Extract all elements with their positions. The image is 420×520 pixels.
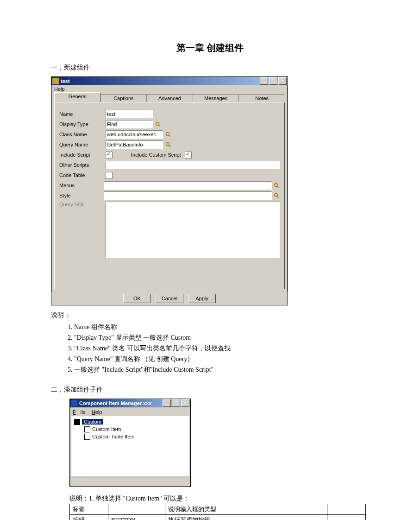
table-cell bbox=[108, 504, 165, 515]
tree-view[interactable]: Custom Custom Item Custom Table Item bbox=[71, 416, 189, 476]
explain-label: 说明： bbox=[51, 311, 369, 319]
app-icon bbox=[52, 78, 59, 84]
titlebar: Component Item Manager xxx _ □ × bbox=[70, 399, 190, 407]
table-cell: 执行某项的按钮 bbox=[165, 515, 327, 520]
explain-item: Name 组件名称 bbox=[74, 322, 369, 332]
label-name: Name bbox=[59, 111, 106, 117]
app-icon bbox=[71, 400, 77, 406]
search-icon[interactable] bbox=[155, 121, 161, 127]
explain-item: "Query Name" 查询名称 （见 创建 Query） bbox=[74, 354, 369, 364]
minimize-button[interactable]: _ bbox=[163, 400, 171, 407]
explain-item: 一般选择 "Include Script"和"Include Custom Sc… bbox=[74, 365, 369, 374]
tab-messages[interactable]: Messages bbox=[193, 94, 239, 102]
maximize-button[interactable]: □ bbox=[269, 77, 277, 85]
menu-help[interactable]: Help bbox=[92, 409, 102, 415]
menu-file[interactable]: File bbox=[73, 409, 86, 415]
label-class-name: Class Name bbox=[59, 132, 106, 137]
menubar: File Help bbox=[71, 408, 189, 416]
apply-button[interactable]: Apply bbox=[188, 294, 216, 303]
svg-point-6 bbox=[275, 184, 278, 187]
minimize-button[interactable]: _ bbox=[260, 77, 268, 85]
explain-list: Name 组件名称 "Display Type" 显示类型 一般选择 Custo… bbox=[74, 322, 369, 374]
label-query-name: Query Name bbox=[59, 142, 106, 147]
class-name-input[interactable] bbox=[106, 130, 163, 139]
label-display-type: Display Type bbox=[59, 121, 106, 127]
svg-point-2 bbox=[166, 133, 169, 136]
explain2-label: 说明：1. 单独选择 "Custom Item" 可以是： bbox=[69, 495, 369, 503]
tree-label: Custom bbox=[82, 419, 103, 425]
window-test: test _ □ × Help General Captions Advance… bbox=[51, 76, 288, 305]
label-style: Style bbox=[59, 193, 104, 198]
label-code-table: Code Table bbox=[59, 172, 106, 178]
tab-advanced[interactable]: Advanced bbox=[146, 94, 193, 102]
tree-label: Custom Item bbox=[92, 426, 121, 432]
svg-point-4 bbox=[166, 143, 169, 146]
checkbox-icon[interactable] bbox=[74, 419, 80, 425]
svg-point-8 bbox=[275, 194, 278, 197]
svg-line-1 bbox=[159, 125, 160, 127]
name-input[interactable] bbox=[106, 110, 153, 118]
search-icon[interactable] bbox=[274, 192, 280, 199]
table-cell: 按钮 bbox=[70, 515, 108, 520]
table-cell: 说明输入框的类型 bbox=[165, 504, 327, 515]
tab-panel-general: Name Display Type Class Name Query Name … bbox=[54, 102, 285, 289]
svg-line-7 bbox=[277, 186, 279, 188]
label-include-custom-script: Include Custom Script bbox=[131, 152, 181, 158]
other-scripts-input[interactable] bbox=[106, 161, 280, 169]
button-row: OK Cancel Apply bbox=[51, 292, 288, 305]
label-include-script: Include Script bbox=[59, 152, 106, 158]
svg-line-3 bbox=[169, 135, 170, 137]
menu-help[interactable]: Help bbox=[51, 85, 288, 93]
window-component-item-manager: Component Item Manager xxx _ □ × File He… bbox=[69, 399, 191, 487]
label-query-sql: Query SQL bbox=[59, 202, 106, 207]
section-2-label: 二，添加组件子件 bbox=[51, 386, 369, 394]
table-row: 按钮 BUTTON 执行某项的按钮 bbox=[70, 515, 366, 520]
checkbox-icon[interactable] bbox=[84, 426, 90, 432]
svg-line-9 bbox=[277, 197, 279, 198]
table-cell bbox=[327, 504, 366, 515]
ok-button[interactable]: OK bbox=[123, 294, 151, 303]
label-menus: Menus bbox=[59, 183, 104, 188]
tree-root[interactable]: Custom bbox=[73, 418, 187, 425]
checkbox-icon[interactable] bbox=[84, 434, 90, 440]
close-button[interactable]: × bbox=[278, 77, 287, 85]
cancel-button[interactable]: Cancel bbox=[156, 294, 183, 303]
table-cell: 标签 bbox=[70, 504, 108, 515]
include-custom-script-checkbox[interactable] bbox=[185, 152, 192, 159]
include-script-checkbox[interactable] bbox=[106, 152, 113, 159]
window-title: Component Item Manager xxx bbox=[79, 400, 163, 406]
tree-item-custom-table-item[interactable]: Custom Table Item bbox=[73, 433, 187, 440]
close-button[interactable]: × bbox=[181, 400, 189, 407]
label-other-scripts: Other Scripts bbox=[59, 162, 106, 168]
tab-captions[interactable]: Captions bbox=[100, 94, 147, 102]
menus-input[interactable] bbox=[104, 181, 271, 190]
search-icon[interactable] bbox=[165, 131, 171, 138]
table-row: 标签 说明输入框的类型 bbox=[70, 504, 366, 515]
tab-general[interactable]: General bbox=[54, 92, 101, 102]
code-table-checkbox[interactable] bbox=[106, 172, 113, 179]
tab-notes[interactable]: Notes bbox=[238, 94, 285, 102]
tree-item-custom-item[interactable]: Custom Item bbox=[73, 425, 187, 433]
chapter-title: 第一章 创建组件 bbox=[51, 42, 369, 54]
search-icon[interactable] bbox=[274, 182, 280, 189]
table-cell: BUTTON bbox=[108, 515, 165, 520]
explain-item: "Class Name" 类名 可以写出类名前几个字符，以便查找 bbox=[74, 343, 369, 353]
query-sql-textarea[interactable] bbox=[106, 202, 280, 258]
style-input[interactable] bbox=[104, 191, 271, 200]
query-name-input[interactable] bbox=[106, 140, 163, 149]
display-type-input[interactable] bbox=[106, 120, 153, 128]
tabstrip: General Captions Advanced Messages Notes bbox=[54, 93, 285, 102]
table-cell bbox=[327, 515, 366, 520]
window-title: test bbox=[61, 78, 260, 84]
status-bar bbox=[71, 477, 189, 486]
maximize-button[interactable]: □ bbox=[172, 400, 180, 407]
svg-point-0 bbox=[156, 122, 159, 126]
explain-item: "Display Type" 显示类型 一般选择 Custom bbox=[74, 333, 369, 342]
titlebar: test _ □ × bbox=[51, 77, 288, 85]
section-1-label: 一，新建组件 bbox=[51, 63, 369, 72]
tree-label: Custom Table Item bbox=[92, 434, 135, 439]
custom-item-table: 标签 说明输入框的类型 按钮 BUTTON 执行某项的按钮 bbox=[69, 504, 366, 520]
svg-line-5 bbox=[169, 146, 170, 147]
search-icon[interactable] bbox=[165, 141, 171, 148]
